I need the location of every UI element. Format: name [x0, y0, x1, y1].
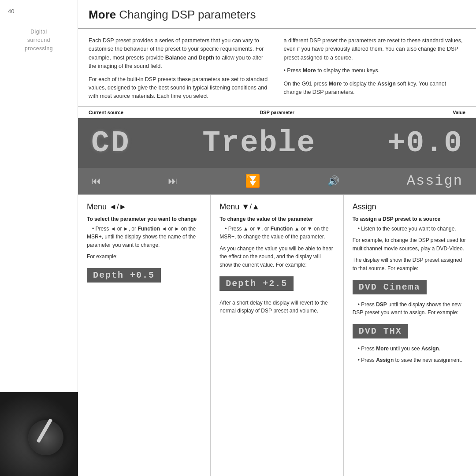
col3-lcd1: DVD Cinema	[353, 280, 427, 294]
display-screen: CD Treble +0.0	[78, 118, 476, 168]
assign-button[interactable]: Assign	[407, 173, 463, 189]
sidebar: 40 Digital surround processing	[0, 0, 78, 476]
page-title: More Changing DSP parameters	[89, 8, 465, 22]
sidebar-image	[0, 392, 78, 476]
intro-section: Each DSP preset provides a series of par…	[78, 29, 476, 107]
forward-icon[interactable]: ⏭	[168, 175, 178, 187]
display-source: CD	[91, 126, 131, 160]
col3-subtitle: To assign a DSP preset to a source	[353, 216, 467, 222]
label-current-source: Current source	[78, 109, 214, 116]
intro-p2: For each of the built-in DSP presets the…	[89, 75, 271, 101]
intro-p3: a different DSP preset the parameters ar…	[284, 37, 466, 62]
col3-p1: • Listen to the source you want to chang…	[353, 225, 467, 233]
col1-p1: • Press ◄ or ►, or Function ◄ or ► on th…	[87, 225, 201, 249]
col1-lcd1: Depth +0.5	[87, 268, 161, 283]
intro-p5: On the G91 press More to display the Ass…	[284, 80, 466, 97]
col3-p2: For example, to change the DSP preset us…	[353, 236, 467, 253]
page-header: More Changing DSP parameters	[78, 0, 476, 29]
volume-icon[interactable]: 🔊	[327, 175, 339, 187]
page-number: 40	[0, 8, 14, 15]
col1-p2: For example:	[87, 253, 201, 261]
col3-p4: • Press DSP until the display shows the …	[353, 301, 467, 317]
drum-photo	[0, 392, 78, 476]
col1-subtitle: To select the parameter you want to chan…	[87, 216, 201, 222]
col2-title: Menu ▼/▲	[219, 202, 334, 212]
col2-subtitle: To change the value of the parameter	[219, 216, 334, 222]
display-value: +0.0	[387, 126, 463, 160]
intro-right-col: a different DSP preset the parameters ar…	[284, 37, 466, 101]
button-row: ⏮ ⏭ ⏬ 🔊 Assign	[78, 168, 476, 194]
display-parameter: Treble	[202, 126, 316, 160]
col2-p3: After a short delay the display will rev…	[219, 299, 334, 315]
col1-title: Menu ◄/►	[87, 202, 201, 212]
col2-p1: • Press ▲ or ▼, or Function ▲ or ▼ on th…	[219, 225, 334, 241]
intro-left-col: Each DSP preset provides a series of par…	[89, 37, 271, 101]
col2-lcd1: Depth +2.5	[219, 276, 294, 291]
col3-p3: The display will show the DSP preset ass…	[353, 256, 467, 272]
col-assign: Assign To assign a DSP preset to a sourc…	[344, 195, 476, 476]
sidebar-title: Digital surround processing	[25, 28, 53, 53]
main-content: More Changing DSP parameters Each DSP pr…	[78, 0, 476, 476]
col2-p2: As you change the value you will be able…	[219, 245, 334, 269]
intro-p1: Each DSP preset provides a series of par…	[89, 37, 271, 71]
col3-lcd2: DVD THX	[353, 324, 408, 338]
label-dsp-parameter: DSP parameter	[214, 109, 340, 116]
col-menu-ud: Menu ▼/▲ To change the value of the para…	[211, 195, 343, 476]
three-col-section: Menu ◄/► To select the parameter you wan…	[78, 194, 476, 476]
col3-p6: • Press Assign to save the new assignmen…	[353, 356, 467, 364]
down-icon[interactable]: ⏬	[245, 174, 260, 188]
col3-title: Assign	[353, 202, 467, 212]
intro-p4: • Press More to display the menu keys.	[284, 67, 466, 75]
display-labels: Current source DSP parameter Value	[78, 107, 476, 118]
rewind-icon[interactable]: ⏮	[91, 175, 101, 187]
col3-p5: • Press More until you see Assign.	[353, 345, 467, 353]
label-value: Value	[340, 109, 476, 116]
display-section: Current source DSP parameter Value CD Tr…	[78, 107, 476, 194]
col-menu-lr: Menu ◄/► To select the parameter you wan…	[78, 195, 211, 476]
